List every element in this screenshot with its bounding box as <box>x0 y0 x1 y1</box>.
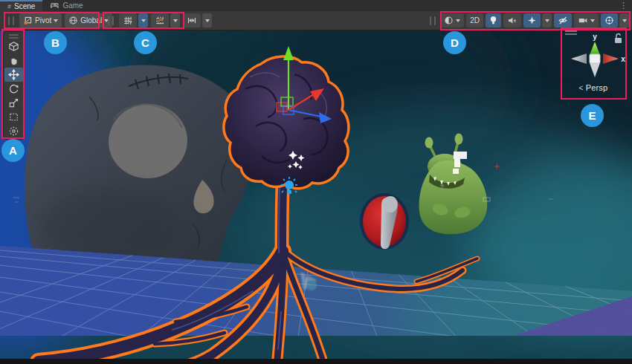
snap-spacing-dropdown[interactable] <box>202 13 212 27</box>
tab-game[interactable]: Game <box>42 0 90 11</box>
gamepad-icon <box>50 2 59 9</box>
annotation-box-c <box>103 12 184 29</box>
red-button-lever[interactable] <box>360 193 409 250</box>
tab-scene[interactable]: # Scene <box>0 0 42 11</box>
kebab-menu-icon[interactable]: ⋮ <box>617 0 630 11</box>
tab-bar: # Scene Game ⋮ <box>0 0 632 11</box>
annotation-label-b: B <box>44 31 67 54</box>
unity-scene-view-window: # Scene Game ⋮ Pivot <box>0 0 632 364</box>
tab-game-label: Game <box>62 1 83 10</box>
annotation-label-a: A <box>1 139 25 162</box>
annotation-label-c: C <box>134 31 157 54</box>
overlay-drag-handle[interactable] <box>430 16 436 25</box>
scene-grid-icon: # <box>7 3 11 10</box>
annotation-box-a <box>1 29 25 139</box>
annotation-box-b <box>4 12 100 29</box>
annotation-box-e <box>561 27 627 100</box>
scene-viewport[interactable] <box>0 0 632 364</box>
annotation-label-e: E <box>581 104 604 127</box>
snap-spacing-button[interactable] <box>183 13 201 27</box>
tab-scene-label: Scene <box>14 2 35 10</box>
annotation-label-d: D <box>443 31 466 54</box>
window-bottom-edge <box>0 359 632 364</box>
